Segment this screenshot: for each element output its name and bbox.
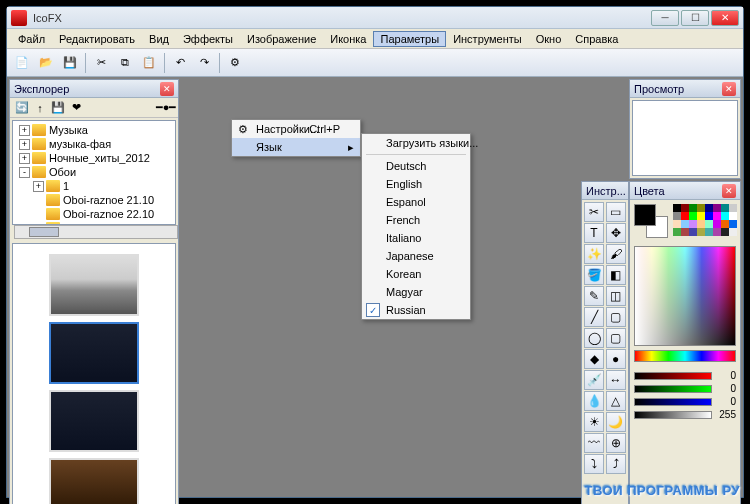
eraser-tool[interactable]: ◫ (606, 286, 626, 306)
blur-tool[interactable]: 💧 (584, 391, 604, 411)
menu-icon[interactable]: Иконка (323, 31, 373, 47)
color-swatch[interactable] (673, 212, 681, 220)
tool-button[interactable]: ⚙ (224, 52, 246, 74)
tree-item[interactable]: Oboi-raznoe 21.10 (15, 193, 173, 207)
menu-tools[interactable]: Инструменты (446, 31, 529, 47)
g-slider[interactable] (634, 385, 712, 393)
line-tool[interactable]: ╱ (584, 307, 604, 327)
tree-toggle-icon[interactable]: + (33, 181, 44, 192)
dropdown-settings[interactable]: ⚙ Настройки... Ctrl+P (232, 120, 360, 138)
tree-scrollbar[interactable] (14, 225, 178, 239)
tree-item[interactable]: -Обои (15, 165, 173, 179)
close-button[interactable]: ✕ (711, 10, 739, 26)
color-swatch[interactable] (721, 212, 729, 220)
menu-window[interactable]: Окно (529, 31, 569, 47)
language-option[interactable]: Espanol (362, 193, 470, 211)
color-swatch[interactable] (705, 204, 713, 212)
redo-button[interactable]: ↷ (193, 52, 215, 74)
ellipse-tool[interactable]: ◯ (584, 328, 604, 348)
curve2-tool[interactable]: ⤴ (606, 454, 626, 474)
save-button[interactable]: 💾 (59, 52, 81, 74)
language-option[interactable]: French (362, 211, 470, 229)
hue-slider[interactable] (634, 350, 736, 362)
shape2-tool[interactable]: ● (606, 349, 626, 369)
color-swatch[interactable] (729, 212, 737, 220)
color-swatch[interactable] (705, 212, 713, 220)
picker-tool[interactable]: 💉 (584, 370, 604, 390)
menu-image[interactable]: Изображение (240, 31, 323, 47)
text-tool[interactable]: T (584, 223, 604, 243)
color-swatch[interactable] (681, 204, 689, 212)
wand-tool[interactable]: ✨ (584, 244, 604, 264)
language-option[interactable]: ✓Russian (362, 301, 470, 319)
copy-button[interactable]: ⧉ (114, 52, 136, 74)
color-swatch[interactable] (689, 204, 697, 212)
language-option[interactable]: English (362, 175, 470, 193)
burn-tool[interactable]: 🌙 (606, 412, 626, 432)
preview-header[interactable]: Просмотр ✕ (630, 80, 740, 98)
language-option[interactable]: Japanese (362, 247, 470, 265)
folder-tree[interactable]: +Музыка+музыка-фая+Ночные_хиты_2012-Обои… (12, 120, 176, 225)
color-swatch[interactable] (689, 228, 697, 236)
brush-tool[interactable]: 🖌 (606, 244, 626, 264)
foreground-color[interactable] (634, 204, 656, 226)
menu-view[interactable]: Вид (142, 31, 176, 47)
color-swatch[interactable] (697, 204, 705, 212)
language-option[interactable]: Deutsch (362, 157, 470, 175)
tree-item[interactable]: Oboi-raznoe 22.10 (15, 207, 173, 221)
color-swatch[interactable] (713, 204, 721, 212)
color-swatch[interactable] (713, 212, 721, 220)
curve1-tool[interactable]: ⤵ (584, 454, 604, 474)
color-swatch[interactable] (689, 212, 697, 220)
preview-close-icon[interactable]: ✕ (722, 82, 736, 96)
thumbnail-item[interactable] (49, 254, 139, 316)
color-picker[interactable] (634, 246, 736, 346)
rounded-tool[interactable]: ▢ (606, 328, 626, 348)
crop-tool[interactable]: ✂ (584, 202, 604, 222)
gradient-tool[interactable]: ◧ (606, 265, 626, 285)
paste-button[interactable]: 📋 (138, 52, 160, 74)
smudge-tool[interactable]: 〰 (584, 433, 604, 453)
dodge-tool[interactable]: ☀ (584, 412, 604, 432)
scrollbar-thumb[interactable] (29, 227, 59, 237)
maximize-button[interactable]: ☐ (681, 10, 709, 26)
minimize-button[interactable]: ─ (651, 10, 679, 26)
tree-item[interactable]: +1 (15, 179, 173, 193)
explorer-header[interactable]: Эксплорер ✕ (10, 80, 178, 98)
color-swatch[interactable] (705, 220, 713, 228)
exp-slider[interactable]: ━●━ (158, 100, 174, 116)
tree-item[interactable]: +Музыка (15, 123, 173, 137)
thumbnail-item[interactable] (49, 390, 139, 452)
open-button[interactable]: 📂 (35, 52, 57, 74)
dropdown-language[interactable]: Язык ▸ (232, 138, 360, 156)
exp-up-icon[interactable]: ↑ (32, 100, 48, 116)
explorer-close-icon[interactable]: ✕ (160, 82, 174, 96)
menu-options[interactable]: Параметры (373, 31, 446, 47)
color-swatch[interactable] (681, 212, 689, 220)
clone-tool[interactable]: ⊕ (606, 433, 626, 453)
color-swatch[interactable] (697, 220, 705, 228)
tree-item[interactable]: +Ночные_хиты_2012 (15, 151, 173, 165)
color-swatch[interactable] (673, 220, 681, 228)
tree-item[interactable]: +музыка-фая (15, 137, 173, 151)
color-swatch[interactable] (673, 228, 681, 236)
dropdown-load-languages[interactable]: Загрузить языки... (362, 134, 470, 152)
tools-header[interactable]: Инстр... (582, 182, 628, 200)
rect-tool[interactable]: ▢ (606, 307, 626, 327)
language-option[interactable]: Italiano (362, 229, 470, 247)
shape-tool[interactable]: ◆ (584, 349, 604, 369)
titlebar[interactable]: IcoFX ─ ☐ ✕ (7, 7, 743, 29)
color-swatch[interactable] (721, 220, 729, 228)
r-slider[interactable] (634, 372, 712, 380)
color-swatch[interactable] (729, 204, 737, 212)
color-swatch[interactable] (681, 220, 689, 228)
color-swatch[interactable] (697, 228, 705, 236)
b-slider[interactable] (634, 398, 712, 406)
cut-button[interactable]: ✂ (90, 52, 112, 74)
tree-toggle-icon[interactable]: + (19, 139, 30, 150)
colors-close-icon[interactable]: ✕ (722, 184, 736, 198)
tree-toggle-icon[interactable]: + (19, 125, 30, 136)
color-swatch[interactable] (673, 204, 681, 212)
tree-toggle-icon[interactable]: - (19, 167, 30, 178)
exp-refresh-icon[interactable]: 🔄 (14, 100, 30, 116)
